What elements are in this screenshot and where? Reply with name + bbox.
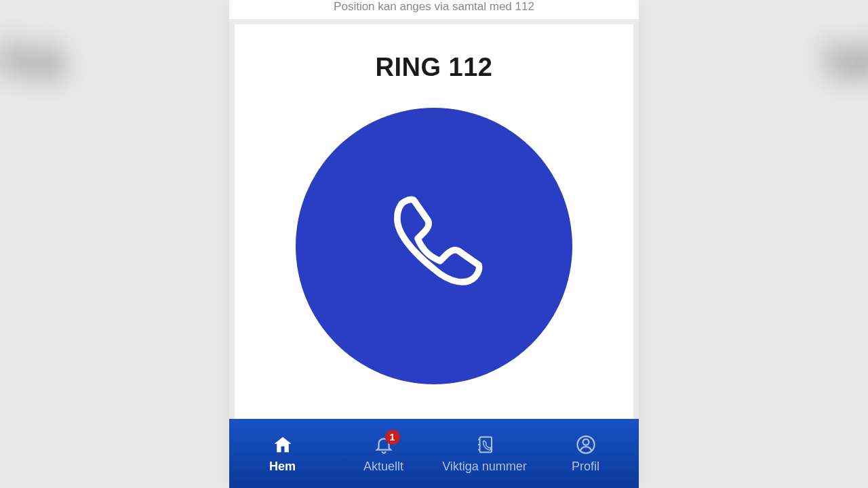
tab-profile[interactable]: Profil [535, 434, 636, 474]
position-hint-text: Position kan anges via samtal med 112 [229, 0, 639, 19]
contacts-icon [474, 434, 496, 455]
call-title: RING 112 [376, 53, 493, 82]
tab-bar: Hem 1 Aktuellt Vikt [229, 419, 639, 488]
call-card: RING 112 [235, 24, 633, 419]
phone-frame: Position kan anges via samtal med 112 RI… [229, 0, 639, 488]
svg-point-5 [583, 439, 589, 445]
tab-profile-label: Profil [572, 460, 599, 474]
tab-current[interactable]: 1 Aktuellt [333, 434, 434, 474]
tab-numbers-label: Viktiga nummer [442, 460, 527, 474]
tab-home-label: Hem [269, 460, 296, 474]
home-icon [272, 434, 294, 455]
profile-icon [575, 434, 597, 455]
call-112-button[interactable] [296, 108, 572, 384]
tab-numbers[interactable]: Viktiga nummer [434, 434, 535, 474]
tab-current-label: Aktuellt [363, 460, 403, 474]
notification-badge: 1 [385, 430, 400, 445]
phone-icon [373, 184, 495, 308]
tab-home[interactable]: Hem [232, 434, 333, 474]
